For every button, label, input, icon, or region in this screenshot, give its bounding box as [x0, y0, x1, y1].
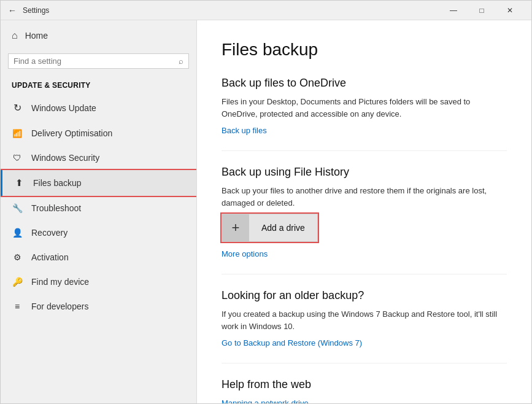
sidebar-item-label: Windows Update: [31, 103, 96, 113]
sidebar-item-home[interactable]: ⌂ Home: [1, 20, 196, 51]
sidebar-item-label: Delivery Optimisation: [31, 128, 112, 138]
sidebar-item-troubleshoot[interactable]: 🔧 Troubleshoot: [1, 196, 196, 220]
search-box[interactable]: ⌕: [8, 53, 189, 69]
sidebar-item-label: For developers: [31, 301, 88, 311]
window-title: Settings: [23, 6, 439, 15]
recovery-icon: 👤: [12, 228, 23, 238]
sidebar-item-label: Find my device: [31, 277, 89, 287]
onedrive-section-desc: Files in your Desktop, Documents and Pic…: [222, 96, 507, 120]
mapping-network-link[interactable]: Mapping a network drive: [222, 398, 309, 403]
sidebar-item-find-my-device[interactable]: 🔑 Find my device: [1, 270, 196, 294]
sidebar: ⌂ Home ⌕ Update & Security ↻ Windows Upd…: [1, 20, 197, 403]
add-drive-label: Add a drive: [249, 223, 317, 233]
help-web-section-title: Help from the web: [222, 378, 507, 391]
content-area: ⌂ Home ⌕ Update & Security ↻ Windows Upd…: [1, 20, 531, 403]
section-divider-2: [222, 274, 507, 274]
sidebar-item-label: Files backup: [33, 178, 82, 188]
home-icon: ⌂: [12, 30, 18, 41]
window-controls: — □ ✕: [439, 1, 524, 20]
search-input[interactable]: [13, 56, 179, 66]
backup-restore-link[interactable]: Go to Backup and Restore (Windows 7): [222, 338, 362, 348]
page-title: Files backup: [222, 40, 507, 60]
files-backup-icon: ⬆: [13, 177, 25, 188]
sidebar-item-windows-update[interactable]: ↻ Windows Update: [1, 95, 196, 121]
sidebar-home-label: Home: [25, 31, 48, 41]
older-backup-section-desc: If you created a backup using the Window…: [222, 308, 507, 332]
maximize-button[interactable]: □: [468, 1, 496, 20]
sidebar-item-windows-security[interactable]: 🛡 Windows Security: [1, 146, 196, 170]
sidebar-item-label: Windows Security: [31, 153, 99, 163]
add-drive-plus-icon: +: [222, 214, 249, 241]
sidebar-item-for-developers[interactable]: ≡ For developers: [1, 294, 196, 319]
file-history-section-title: Back up using File History: [222, 166, 507, 179]
windows-update-icon: ↻: [12, 102, 23, 114]
more-options-link[interactable]: More options: [222, 249, 268, 258]
minimize-button[interactable]: —: [439, 1, 468, 20]
file-history-section-desc: Back up your files to another drive and …: [222, 185, 507, 209]
sidebar-item-delivery-optimisation[interactable]: 📶 Delivery Optimisation: [1, 121, 196, 146]
title-bar: ← Settings — □ ✕: [1, 1, 531, 20]
section-divider-1: [222, 150, 507, 151]
close-button[interactable]: ✕: [496, 1, 524, 20]
activation-icon: ⚙: [12, 252, 23, 262]
backup-files-link[interactable]: Back up files: [222, 126, 267, 135]
sidebar-item-files-backup[interactable]: ⬆ Files backup: [1, 170, 196, 196]
sidebar-item-recovery[interactable]: 👤 Recovery: [1, 220, 196, 245]
sidebar-item-label: Activation: [31, 252, 69, 262]
sidebar-item-activation[interactable]: ⚙ Activation: [1, 245, 196, 270]
sidebar-item-label: Troubleshoot: [31, 203, 81, 213]
find-device-icon: 🔑: [12, 277, 23, 287]
delivery-optimisation-icon: 📶: [12, 129, 23, 138]
add-drive-button[interactable]: + Add a drive: [222, 214, 318, 242]
settings-window: ← Settings — □ ✕ ⌂ Home ⌕ Update & Secur…: [0, 0, 532, 404]
sidebar-section-title: Update & Security: [1, 76, 196, 95]
windows-security-icon: 🛡: [12, 153, 23, 163]
main-content: Files backup Back up files to OneDrive F…: [197, 20, 531, 403]
older-backup-section-title: Looking for an older backup?: [222, 289, 507, 302]
back-button[interactable]: ←: [8, 6, 17, 15]
section-divider-3: [222, 363, 507, 363]
sidebar-item-label: Recovery: [31, 228, 67, 238]
for-developers-icon: ≡: [12, 301, 23, 311]
search-icon: ⌕: [179, 56, 183, 66]
troubleshoot-icon: 🔧: [12, 203, 23, 213]
onedrive-section-title: Back up files to OneDrive: [222, 77, 507, 90]
